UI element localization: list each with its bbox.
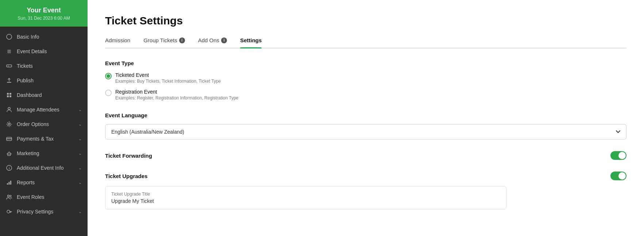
sidebar-item-event-details[interactable]: Event Details (0, 44, 88, 59)
svg-rect-8 (9, 93, 11, 95)
svg-point-0 (7, 34, 12, 39)
sidebar-item-manage-attendees[interactable]: Manage Attendees ⌄ (0, 102, 88, 117)
event-type-radio-group: Ticketed Event Examples: Buy Tickets, Ti… (105, 72, 626, 101)
radio-registration-desc: Examples: Register, Registration Informa… (115, 95, 238, 101)
sidebar-item-label: Manage Attendees (17, 107, 74, 113)
gear-icon (6, 121, 12, 127)
sidebar-item-label: Marketing (17, 150, 74, 156)
event-language-dropdown-wrapper: English (Australia/New Zealand) English … (105, 124, 626, 139)
ticket-upgrades-toggle[interactable] (610, 172, 626, 180)
upgrade-title-label: Ticket Upgrade Title (111, 192, 500, 197)
page-title: Ticket Settings (105, 15, 626, 27)
tab-settings[interactable]: Settings (240, 37, 262, 48)
sidebar-item-label: Payments & Tax (17, 136, 74, 142)
tab-label: Add Ons (198, 37, 219, 43)
svg-text:i: i (9, 166, 10, 170)
chevron-down-icon: ⌄ (78, 137, 82, 141)
svg-point-22 (10, 195, 11, 197)
chevron-down-icon: ⌄ (78, 166, 82, 170)
sidebar-item-additional-event-info[interactable]: i Additional Event Info ⌄ (0, 161, 88, 175)
sidebar-item-dashboard[interactable]: Dashboard (0, 88, 88, 102)
sidebar-item-label: Privacy Settings (17, 209, 74, 215)
ticket-forwarding-row: Ticket Forwarding (105, 151, 626, 160)
ticket-upgrades-toggle-row: Ticket Upgrades (105, 172, 626, 180)
svg-rect-1 (7, 50, 11, 51)
svg-rect-15 (8, 154, 11, 156)
sidebar-item-label: Reports (17, 180, 74, 185)
sidebar-item-label: Dashboard (17, 92, 82, 98)
toggle-knob (618, 152, 626, 159)
sidebar-item-payments-tax[interactable]: Payments & Tax ⌄ (0, 131, 88, 146)
sidebar-item-publish[interactable]: Publish (0, 73, 88, 88)
sidebar-item-label: Order Options (17, 121, 74, 127)
svg-rect-6 (7, 82, 11, 83)
person-icon (6, 106, 12, 113)
radio-circle-ticketed (105, 73, 112, 79)
ticket-upgrades-label: Ticket Upgrades (105, 173, 147, 179)
radio-registration-title: Registration Event (115, 89, 238, 95)
svg-rect-10 (9, 95, 11, 97)
sidebar: Your Event Sun, 31 Dec 2023 6:00 AM Basi… (0, 0, 88, 236)
sidebar-item-label: Additional Event Info (17, 165, 74, 171)
ticket-upgrades-box: Ticket Upgrade Title Upgrade My Ticket (105, 186, 506, 209)
ticket-upgrades-section: Ticket Upgrades Ticket Upgrade Title Upg… (105, 172, 626, 209)
tab-group-tickets[interactable]: Group Tickets i (143, 37, 185, 48)
chevron-down-icon: ⌄ (78, 180, 82, 185)
svg-rect-18 (7, 183, 8, 185)
event-type-label: Event Type (105, 60, 626, 66)
svg-rect-2 (7, 51, 11, 52)
info-icon: i (179, 38, 185, 43)
sidebar-item-tickets[interactable]: Tickets (0, 59, 88, 73)
event-language-select[interactable]: English (Australia/New Zealand) English … (105, 124, 626, 139)
tab-admission[interactable]: Admission (105, 37, 130, 48)
tab-add-ons[interactable]: Add Ons i (198, 37, 227, 48)
event-type-section: Event Type Ticketed Event Examples: Buy … (105, 60, 626, 101)
sidebar-item-marketing[interactable]: Marketing ⌄ (0, 146, 88, 161)
publish-icon (6, 77, 12, 84)
tab-label: Group Tickets (143, 37, 177, 43)
info-icon: i (6, 165, 12, 171)
radio-registration-event[interactable]: Registration Event Examples: Register, R… (105, 89, 626, 101)
main-content: Ticket Settings Admission Group Tickets … (88, 0, 644, 236)
tab-bar: Admission Group Tickets i Add Ons i Sett… (105, 37, 626, 48)
chevron-down-icon: ⌄ (78, 107, 82, 112)
svg-rect-20 (10, 181, 11, 185)
sidebar-item-order-options[interactable]: Order Options ⌄ (0, 117, 88, 131)
chevron-down-icon: ⌄ (78, 122, 82, 127)
tab-label: Settings (240, 37, 262, 43)
sidebar-item-label: Event Roles (17, 194, 82, 200)
tab-label: Admission (105, 37, 130, 43)
svg-rect-4 (7, 65, 12, 67)
sidebar-item-reports[interactable]: Reports ⌄ (0, 175, 88, 190)
radio-circle-registration (105, 90, 112, 96)
sidebar-nav: Basic Info Event Details Tickets Publish (0, 27, 88, 236)
ticket-forwarding-toggle[interactable] (610, 151, 626, 160)
list-icon (6, 48, 12, 55)
ticket-icon (6, 63, 12, 69)
info-icon: i (221, 38, 227, 43)
chevron-down-icon: ⌄ (78, 209, 82, 214)
svg-rect-7 (7, 93, 9, 95)
circle-icon (6, 34, 12, 40)
svg-point-21 (8, 195, 9, 197)
key-icon (6, 208, 12, 215)
svg-rect-9 (7, 95, 9, 97)
event-date: Sun, 31 Dec 2023 6:00 AM (6, 16, 82, 21)
sidebar-item-label: Event Details (17, 48, 82, 54)
event-roles-icon (6, 194, 12, 200)
card-icon (6, 135, 12, 142)
sidebar-item-label: Publish (17, 78, 82, 83)
upgrade-title-value: Upgrade My Ticket (111, 198, 500, 204)
radio-ticketed-event[interactable]: Ticketed Event Examples: Buy Tickets, Ti… (105, 72, 626, 84)
sidebar-item-label: Tickets (17, 63, 82, 69)
ticket-forwarding-label: Ticket Forwarding (105, 153, 152, 159)
sidebar-item-event-roles[interactable]: Event Roles (0, 190, 88, 204)
sidebar-header: Your Event Sun, 31 Dec 2023 6:00 AM (0, 0, 88, 27)
sidebar-item-privacy-settings[interactable]: Privacy Settings ⌄ (0, 204, 88, 219)
event-name: Your Event (6, 7, 82, 14)
event-language-label: Event Language (105, 112, 626, 118)
sidebar-item-basic-info[interactable]: Basic Info (0, 30, 88, 44)
sidebar-item-label: Basic Info (17, 34, 82, 40)
chart-icon (6, 179, 12, 186)
svg-rect-3 (7, 52, 11, 53)
